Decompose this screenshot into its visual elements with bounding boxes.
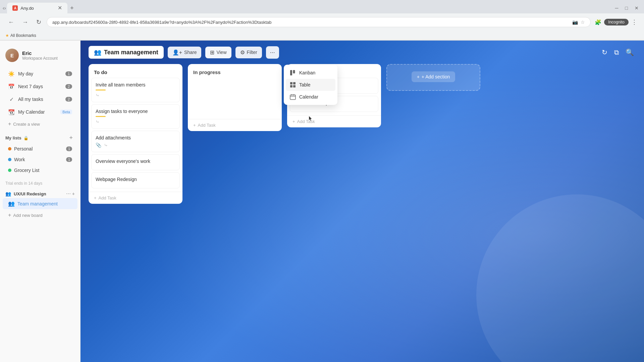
column-todo-header: To do bbox=[89, 64, 182, 78]
attachment-icon[interactable]: 📎 bbox=[96, 142, 101, 148]
sidebar: E Eric Workspace Account ☀️ My day 1 📅 N… bbox=[0, 41, 80, 362]
forward-button[interactable]: → bbox=[19, 17, 31, 27]
back-button[interactable]: ← bbox=[5, 17, 17, 27]
board-item-team-management[interactable]: 👥 Team management bbox=[3, 198, 77, 209]
bookmark-icon[interactable]: ☆ bbox=[581, 19, 585, 25]
subtask-icon[interactable]: ⤷ bbox=[96, 93, 100, 98]
next7-badge: 2 bbox=[65, 84, 72, 89]
workspace-add-button[interactable]: + bbox=[72, 191, 75, 196]
svg-rect-6 bbox=[290, 95, 296, 100]
column-todo-tasks: Invite all team members ⤷ Assign tasks t… bbox=[89, 78, 182, 190]
add-task-label: Add Task bbox=[99, 195, 116, 200]
workspace-actions: ⋯ + bbox=[66, 191, 75, 196]
add-task-todo-button[interactable]: + Add Task bbox=[89, 192, 182, 204]
refresh-button[interactable]: ↻ bbox=[34, 17, 44, 27]
grocery-dot bbox=[8, 169, 11, 172]
view-button[interactable]: ⊞ View bbox=[205, 47, 231, 58]
sidebar-item-alltasks[interactable]: ✓ All my tasks 2 bbox=[3, 93, 77, 105]
list-item-grocery[interactable]: Grocery List bbox=[3, 165, 77, 175]
kanban-icon bbox=[290, 70, 296, 76]
user-section[interactable]: E Eric Workspace Account bbox=[0, 46, 80, 67]
column-inprogress-tasks bbox=[188, 78, 282, 118]
table-icon bbox=[290, 82, 296, 88]
add-section-column: + + Add section bbox=[386, 64, 480, 91]
calendar-icon: 📅 bbox=[8, 83, 15, 90]
create-view-button[interactable]: + Create a view bbox=[3, 119, 77, 129]
sidebar-item-next7[interactable]: 📅 Next 7 days 2 bbox=[3, 80, 77, 93]
add-task-plus-icon: + bbox=[94, 195, 97, 200]
svg-rect-1 bbox=[293, 70, 295, 73]
list-item-work[interactable]: Work 1 bbox=[3, 155, 77, 165]
add-list-button[interactable]: + bbox=[67, 134, 75, 142]
task-invite-team[interactable]: Invite all team members ⤷ bbox=[91, 78, 180, 102]
share-button[interactable]: 👤+ Share bbox=[168, 47, 202, 58]
more-options-button[interactable]: ··· bbox=[266, 46, 279, 59]
active-tab[interactable]: A Any.do ✕ bbox=[7, 3, 67, 13]
close-window-button[interactable]: ✕ bbox=[632, 4, 641, 12]
view-label: View bbox=[216, 50, 226, 55]
browser-actions: 🧩 Incognito ⋮ bbox=[593, 17, 639, 27]
tab-close-button[interactable]: ✕ bbox=[58, 5, 62, 11]
view-dropdown-menu: Kanban Table Calendar bbox=[284, 65, 337, 105]
task-add-attachments[interactable]: Add attachments 📎 ⤷ bbox=[91, 131, 180, 152]
calendar-dropdown-label: Calendar bbox=[299, 94, 318, 100]
board-title: Team management bbox=[104, 49, 158, 56]
url-icons: 📷 ☆ bbox=[572, 19, 585, 25]
refresh-view-button[interactable]: ↻ bbox=[600, 46, 609, 58]
alltasks-label: All my tasks bbox=[18, 97, 62, 102]
task-webpage-redesign[interactable]: Webpage Redesign bbox=[91, 172, 180, 188]
view-option-kanban[interactable]: Kanban bbox=[286, 67, 335, 79]
bookmarks-label[interactable]: All Bookmarks bbox=[10, 33, 36, 38]
task-actions: ⤷ bbox=[96, 119, 175, 124]
column-todo: To do Invite all team members ⤷ Assign t… bbox=[89, 64, 182, 204]
task-indicator bbox=[96, 89, 106, 90]
main-content: 👥 Team management 👤+ Share ⊞ View ⚙ Filt… bbox=[80, 41, 644, 362]
add-task-label: Add Task bbox=[198, 123, 216, 128]
lock-icon: 🔒 bbox=[23, 136, 29, 140]
workspace-icon: 👥 bbox=[5, 191, 11, 196]
extensions-button[interactable]: 🧩 bbox=[593, 18, 603, 27]
add-task-done-button[interactable]: + Add Task bbox=[287, 115, 381, 127]
maximize-button[interactable]: □ bbox=[623, 4, 631, 12]
task-title: Webpage Redesign bbox=[96, 177, 175, 182]
workspace-menu-button[interactable]: ⋯ bbox=[66, 191, 71, 196]
add-task-inprogress-button[interactable]: + Add Task bbox=[188, 119, 282, 131]
incognito-badge: Incognito bbox=[604, 19, 629, 25]
view-option-calendar[interactable]: Calendar bbox=[286, 91, 335, 103]
url-text: app.any.do/boards/f245600a-28f0-4892-8fe… bbox=[52, 20, 570, 25]
list-item-personal[interactable]: Personal 1 bbox=[3, 144, 77, 154]
add-section-button[interactable]: + + Add section bbox=[412, 71, 455, 82]
task-actions: ⤷ bbox=[96, 93, 175, 98]
tab-favicon: A bbox=[12, 5, 18, 11]
grocery-label: Grocery List bbox=[14, 168, 39, 173]
task-title: Overview everyone's work bbox=[96, 159, 175, 164]
svg-rect-4 bbox=[290, 85, 292, 87]
sidebar-item-calendar[interactable]: 📆 My Calendar Beta bbox=[3, 106, 77, 118]
workspace-title: UX/UI Redesign bbox=[14, 191, 46, 196]
table-label: Table bbox=[299, 82, 310, 87]
create-view-label: Create a view bbox=[13, 122, 40, 127]
browser-menu-button[interactable]: ⋮ bbox=[630, 17, 639, 27]
top-right-actions: ↻ ⧉ 🔍 bbox=[600, 46, 636, 58]
sidebar-item-myday[interactable]: ☀️ My day 1 bbox=[3, 68, 77, 80]
add-board-label: Add new board bbox=[13, 213, 42, 218]
kanban-area: To do Invite all team members ⤷ Assign t… bbox=[80, 64, 644, 362]
task-title: Add attachments bbox=[96, 135, 175, 140]
calendar-dropdown-icon bbox=[290, 94, 296, 100]
svg-rect-3 bbox=[293, 82, 296, 84]
minimize-button[interactable]: ─ bbox=[612, 4, 621, 12]
search-button[interactable]: 🔍 bbox=[624, 46, 636, 58]
url-bar[interactable]: app.any.do/boards/f245600a-28f0-4892-8fe… bbox=[47, 17, 591, 27]
tab-expand-icon[interactable]: ‹› bbox=[3, 5, 6, 11]
subtask-icon[interactable]: ⤷ bbox=[96, 119, 100, 124]
subtask-icon[interactable]: ⤷ bbox=[104, 142, 108, 148]
filter-button[interactable]: ⚙ Filter bbox=[235, 47, 262, 58]
cursor-indicator bbox=[309, 116, 313, 122]
add-board-button[interactable]: + Add new board bbox=[3, 210, 77, 220]
task-overview-work[interactable]: Overview everyone's work bbox=[91, 154, 180, 170]
add-section-label: + Add section bbox=[422, 74, 450, 79]
layout-button[interactable]: ⧉ bbox=[612, 46, 621, 58]
view-option-table[interactable]: Table bbox=[286, 79, 335, 91]
task-assign-tasks[interactable]: Assign tasks to everyone ⤷ bbox=[91, 104, 180, 129]
new-tab-button[interactable]: + bbox=[67, 3, 76, 13]
